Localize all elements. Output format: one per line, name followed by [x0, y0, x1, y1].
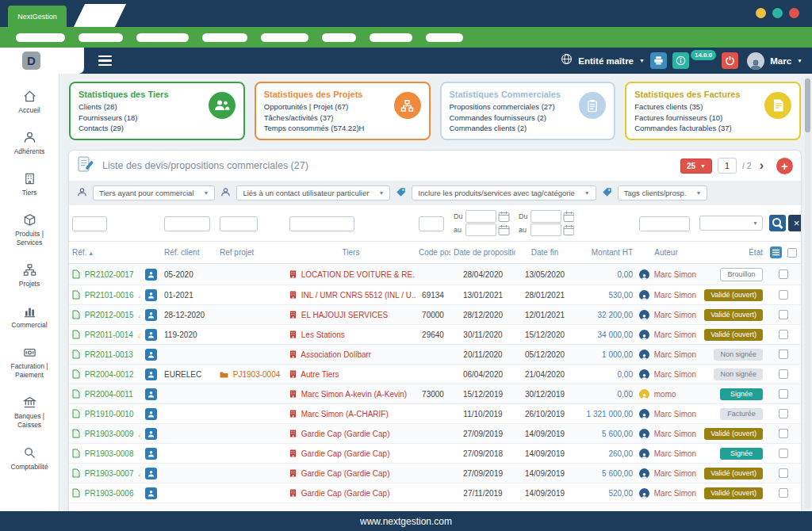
current-page[interactable]: 1 [718, 158, 737, 174]
proposal-ref-link[interactable]: PR1910-0010 [85, 410, 134, 418]
col-montant-ht[interactable]: Montant HT [574, 242, 636, 264]
row-checkbox[interactable] [779, 350, 788, 359]
page-size-select[interactable]: 25▼ [680, 159, 712, 174]
menu-item-pill[interactable] [322, 33, 356, 42]
contact-card-icon[interactable] [145, 468, 157, 479]
col-tiers[interactable]: Tiers [286, 242, 416, 264]
proposal-ref-link[interactable]: PR2012-0015 [85, 311, 134, 319]
col-ref[interactable]: Réf.▲ [69, 242, 140, 264]
logout-button[interactable] [722, 52, 738, 69]
proposal-ref-link[interactable]: PR1903-0007 [85, 469, 134, 478]
contact-card-icon[interactable] [145, 309, 157, 321]
add-proposal-button[interactable]: + [776, 158, 793, 174]
version-info-button[interactable] [672, 52, 689, 69]
row-checkbox[interactable] [779, 468, 788, 478]
calendar-icon[interactable] [498, 224, 510, 236]
row-checkbox[interactable] [779, 449, 788, 458]
author-link[interactable]: Marc Simon [654, 469, 696, 478]
row-checkbox[interactable] [779, 310, 788, 319]
menu-item-pill[interactable] [370, 33, 412, 42]
user-avatar[interactable] [747, 52, 764, 70]
thirdparty-link[interactable]: Autre Tiers [301, 370, 339, 379]
scrollbar-thumb[interactable] [805, 78, 810, 132]
stat-link[interactable]: Contacts (29) [79, 124, 236, 132]
contact-card-icon[interactable] [145, 388, 157, 400]
calendar-icon[interactable] [498, 211, 510, 223]
thirdparty-link[interactable]: INL / UMR CNRS 5512 (INL / U... [301, 291, 416, 300]
contact-card-icon[interactable] [145, 448, 157, 460]
thirdparty-link[interactable]: Gardie Cap (Gardie Cap) [301, 430, 390, 438]
sidebar-item-commercial[interactable]: Commercial [0, 296, 59, 338]
author-link[interactable]: Marc Simon [654, 311, 696, 319]
proposal-ref-link[interactable]: PR2004-0012 [85, 370, 134, 379]
menu-item-pill[interactable] [16, 33, 65, 42]
col-ref-projet[interactable]: Ref projet [216, 242, 286, 264]
close-button[interactable] [789, 8, 799, 18]
contact-card-icon[interactable] [145, 428, 157, 440]
contact-card-icon[interactable] [145, 269, 157, 281]
vertical-scrollbar[interactable] [805, 76, 810, 509]
col-auteur[interactable]: Auteur [636, 242, 696, 264]
project-ref-link[interactable]: PJ1903-0004 [233, 370, 281, 379]
col-date-fin[interactable]: Date fin [515, 242, 574, 264]
print-button[interactable] [650, 52, 667, 69]
brand-tab[interactable]: NextGestion [8, 6, 67, 27]
author-link[interactable]: Marc Simon [654, 430, 696, 438]
row-checkbox[interactable] [779, 269, 788, 279]
row-checkbox[interactable] [779, 389, 788, 399]
contact-card-icon[interactable] [145, 487, 157, 499]
search-auteur-input[interactable] [639, 216, 690, 231]
thirdparty-link[interactable]: Marc Simon (A-CHARIF) [301, 410, 389, 418]
calendar-icon[interactable] [563, 224, 574, 236]
menu-item-pill[interactable] [426, 33, 463, 42]
thirdparty-link[interactable]: Gardie Cap (Gardie Cap) [301, 469, 390, 478]
contact-card-icon[interactable] [145, 329, 157, 341]
search-ref-projet-input[interactable] [220, 216, 258, 231]
footer-link[interactable]: www.nextgestion.com [360, 516, 452, 527]
search-ref-client-input[interactable] [164, 216, 210, 231]
search-tiers-input[interactable] [289, 216, 354, 231]
proposal-ref-link[interactable]: PR2004-0011 [85, 390, 133, 399]
date-prop-from-input[interactable] [465, 210, 496, 223]
contact-card-icon[interactable] [145, 349, 157, 361]
col-etat[interactable]: État [696, 242, 766, 264]
clear-search-button[interactable]: × [788, 215, 801, 231]
sidebar-item-facturation[interactable]: Facturation | Paiement [0, 338, 59, 388]
thirdparty-link[interactable]: EL HAJOUJI SERVICES [301, 311, 388, 319]
stat-link[interactable]: Commandes facturables (37) [634, 124, 791, 132]
minimize-button[interactable] [756, 8, 766, 18]
sidebar-item-comptabilite[interactable]: Comptabilité [0, 438, 59, 479]
sidebar-item-adherents[interactable]: Adhérents [0, 123, 59, 164]
thirdparty-link[interactable]: Association Dolibarr [301, 350, 371, 359]
author-link[interactable]: Marc Simon [654, 350, 696, 359]
proposal-ref-link[interactable]: PR1903-0006 [85, 489, 134, 498]
stat-link[interactable]: Temps consommés (574.22)H [264, 124, 421, 132]
thirdparty-link[interactable]: Les Stations [301, 330, 345, 339]
author-link[interactable]: momo [654, 390, 676, 399]
entity-selector[interactable]: Entité maître [578, 56, 634, 66]
search-button[interactable] [769, 215, 786, 231]
sidebar-item-produits[interactable]: Produits | Services [0, 205, 59, 255]
col-code-postal[interactable]: Code postal [416, 242, 450, 264]
col-ref-client[interactable]: Réf. client [161, 242, 216, 264]
maximize-button[interactable] [772, 8, 783, 18]
row-checkbox[interactable] [779, 409, 788, 418]
user-menu[interactable]: Marc [770, 56, 791, 66]
search-code-postal-input[interactable] [419, 216, 444, 231]
menu-item-pill[interactable] [261, 33, 308, 42]
row-checkbox[interactable] [779, 330, 788, 339]
stat-link[interactable]: Commandes clients (2) [450, 124, 607, 132]
contact-card-icon[interactable] [145, 289, 157, 301]
proposal-ref-link[interactable]: PR1903-0009 [85, 430, 134, 438]
menu-item-pill[interactable] [79, 33, 123, 42]
columns-selector-icon[interactable] [770, 246, 782, 258]
proposal-ref-link[interactable]: PR2011-0013 [85, 350, 133, 359]
filter-client-tag-select[interactable]: Tags clients/prosp.▼ [618, 185, 708, 201]
author-link[interactable]: Marc Simon [654, 410, 696, 418]
date-fin-from-input[interactable] [530, 210, 561, 223]
author-link[interactable]: Marc Simon [654, 489, 696, 498]
filter-commercial-select[interactable]: Tiers ayant pour commercial▼ [93, 185, 215, 201]
row-checkbox[interactable] [779, 488, 788, 498]
row-checkbox[interactable] [779, 369, 788, 379]
menu-item-pill[interactable] [136, 33, 189, 42]
